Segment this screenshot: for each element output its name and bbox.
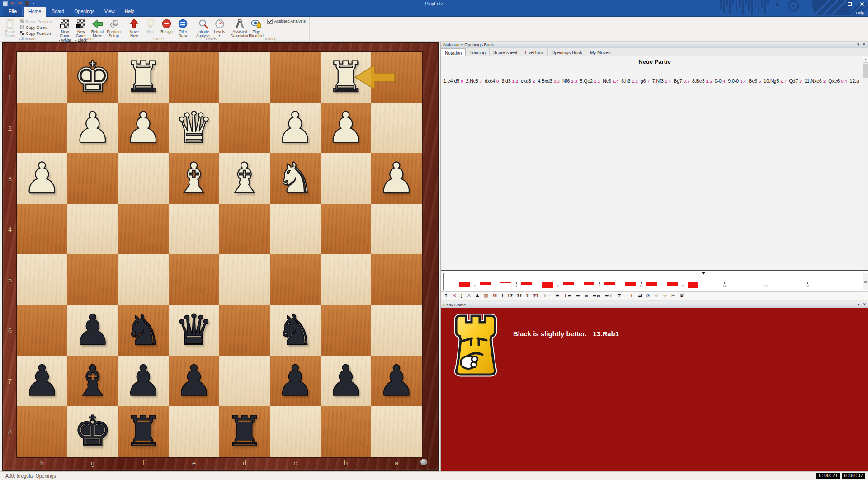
chart-scrollbar[interactable] — [863, 273, 868, 290]
annotation-symbol-9[interactable]: ?! — [517, 293, 522, 299]
chess-piece-white-d3[interactable]: ♝ — [226, 155, 264, 202]
move-item[interactable]: Nc6 — [603, 78, 611, 84]
board-square-b3[interactable] — [321, 153, 371, 204]
ribbon-button-play-blindfold[interactable]: PlayBlindfold — [248, 17, 264, 39]
minimize-button[interactable] — [835, 2, 840, 6]
board-square-c6[interactable]: ♞ — [270, 305, 321, 356]
notation-scrollbar[interactable]: ▲ — [863, 56, 868, 270]
annotation-symbol-18[interactable]: =+ — [605, 293, 613, 299]
board-square-c1[interactable] — [270, 52, 321, 103]
move-item[interactable]: 3.d3 — [501, 78, 510, 84]
board-square-c5[interactable] — [270, 254, 321, 305]
maximize-button[interactable] — [847, 2, 852, 6]
chess-piece-white-e2[interactable]: ♛ — [175, 104, 213, 151]
board-square-f4[interactable] — [118, 204, 169, 254]
chess-piece-black-e7[interactable]: ♟ — [175, 357, 213, 404]
chess-board[interactable]: ♚♜♜♟♟♛♟♟♟♝♝♞♟♟♞♛♞♟♝♟♟♟♟♟♚♜♜ — [17, 52, 422, 457]
board-square-f8[interactable]: ♜ — [118, 406, 169, 457]
move-item[interactable]: Qd7 — [789, 78, 798, 84]
chess-piece-white-g1[interactable]: ♚ — [74, 54, 112, 101]
board-square-h1[interactable] — [17, 52, 67, 103]
move-item[interactable]: 9.0-0 — [728, 78, 739, 84]
board-square-e4[interactable] — [169, 204, 219, 254]
board-square-a1[interactable] — [371, 52, 422, 103]
chess-piece-white-c3[interactable]: ♞ — [276, 155, 314, 202]
board-square-h7[interactable]: ♟ — [17, 356, 67, 406]
board-square-g4[interactable] — [67, 204, 118, 254]
annotation-symbol-11[interactable]: ?? — [533, 293, 539, 299]
board-grip-ball[interactable] — [420, 459, 427, 465]
move-item[interactable]: 8.Be3 — [692, 78, 704, 84]
chess-piece-black-h7[interactable]: ♟ — [23, 357, 61, 404]
board-square-c3[interactable]: ♞ — [270, 153, 321, 204]
annotation-symbol-19[interactable]: ∓ — [617, 293, 621, 299]
board-square-b1[interactable]: ♜ — [321, 52, 371, 103]
board-square-e7[interactable]: ♟ — [169, 356, 219, 406]
move-item[interactable]: 2.Nc3 — [466, 78, 478, 84]
ribbon-button-copy-game[interactable]: Copy Game — [19, 24, 53, 30]
evaluation-chart[interactable]: 24681012141618 — [441, 270, 868, 291]
board-square-d2[interactable] — [219, 103, 270, 153]
board-square-b6[interactable] — [321, 305, 371, 356]
move-item[interactable]: d5 — [454, 78, 459, 84]
board-square-b7[interactable]: ♟ — [321, 356, 371, 406]
board-square-g6[interactable]: ♟ — [67, 305, 118, 356]
board-square-a3[interactable]: ♟ — [371, 153, 422, 204]
annotation-symbol-17[interactable]: =∞ — [592, 293, 600, 299]
board-square-d5[interactable] — [219, 254, 270, 305]
move-item[interactable]: dxe4 — [485, 78, 495, 84]
move-item[interactable]: 5.Qe2 — [580, 78, 593, 84]
board-square-d8[interactable]: ♜ — [219, 406, 270, 457]
notation-panel-header[interactable]: Notation + Openings Book ▾ ✕ — [441, 42, 868, 48]
chess-piece-white-g2[interactable]: ♟ — [74, 104, 112, 151]
move-item[interactable]: 12.a3 — [850, 78, 859, 84]
panel-collapse-icon[interactable]: ▾ — [857, 42, 859, 47]
menu-tab-help[interactable]: Help — [120, 7, 139, 16]
tab-my-moves[interactable]: My Moves — [586, 48, 615, 56]
ribbon-button-paste-game[interactable]: PasteGame — [2, 17, 18, 39]
move-item[interactable]: Nf6 — [562, 78, 570, 84]
board-square-g3[interactable] — [67, 153, 118, 204]
menu-tab-openings[interactable]: Openings — [70, 7, 99, 16]
board-square-h6[interactable] — [17, 305, 67, 356]
board-square-f2[interactable]: ♟ — [118, 103, 169, 153]
board-square-d6[interactable] — [219, 305, 270, 356]
move-item[interactable]: 11.Nxe6 — [805, 78, 822, 84]
chess-piece-black-c7[interactable]: ♟ — [276, 357, 314, 404]
annotation-symbol-0[interactable]: ↑ — [444, 293, 448, 299]
help-link[interactable]: Help — [856, 11, 864, 15]
move-item[interactable]: Be6 — [749, 78, 757, 84]
move-item[interactable]: 4.Bxd3 — [538, 78, 552, 84]
chess-piece-black-g8[interactable]: ♚ — [74, 408, 112, 455]
current-move-marker[interactable] — [701, 272, 706, 275]
board-square-g2[interactable]: ♟ — [67, 103, 118, 153]
chess-piece-white-f1[interactable]: ♜ — [124, 54, 162, 101]
board-square-e5[interactable] — [169, 254, 219, 305]
tab-notation[interactable]: Notation — [441, 48, 466, 56]
board-square-a8[interactable] — [371, 406, 422, 457]
board-square-b2[interactable]: ♟ — [321, 103, 371, 153]
move-item[interactable]: 1.e4 — [443, 78, 453, 84]
ribbon-button-infinite-analysis[interactable]: InfiniteAnalysis — [195, 17, 212, 39]
move-item[interactable]: 10.Ng5 — [764, 78, 779, 84]
move-item[interactable]: exd3 — [521, 78, 531, 84]
board-square-e1[interactable] — [169, 52, 219, 103]
move-item[interactable]: 7.Nf3 — [652, 78, 664, 84]
chess-piece-white-b2[interactable]: ♟ — [327, 104, 365, 151]
chess-piece-black-f6[interactable]: ♞ — [124, 307, 162, 354]
board-square-h3[interactable]: ♟ — [17, 153, 67, 204]
ribbon-button-resign[interactable]: Resign — [159, 17, 175, 39]
annotation-symbol-13[interactable]: ± — [555, 293, 559, 299]
ribbon-button-paste-position[interactable]: Paste Position — [19, 19, 53, 24]
board-square-d3[interactable]: ♝ — [219, 153, 270, 204]
chess-piece-white-c2[interactable]: ♟ — [276, 104, 314, 151]
ribbon-button-offer-draw[interactable]: OfferDraw — [175, 17, 191, 39]
chess-piece-white-f2[interactable]: ♟ — [124, 104, 162, 151]
board-square-e8[interactable] — [169, 406, 219, 457]
board-square-f6[interactable]: ♞ — [118, 305, 169, 356]
board-square-h8[interactable] — [17, 406, 67, 457]
board-square-g1[interactable]: ♚ — [67, 52, 118, 103]
board-square-a6[interactable] — [371, 305, 422, 356]
board-square-a4[interactable] — [371, 204, 422, 254]
annotation-symbol-20[interactable]: −+ — [625, 293, 633, 299]
